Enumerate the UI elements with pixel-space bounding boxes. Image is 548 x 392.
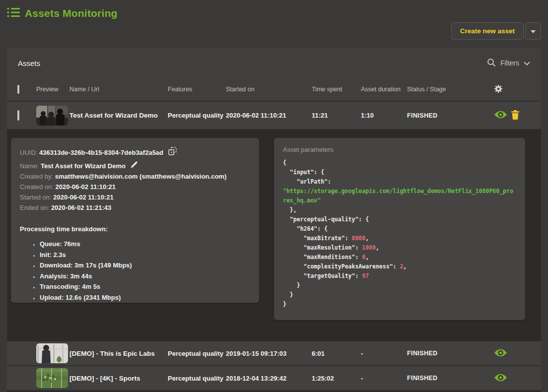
select-all-checkbox[interactable] [17,85,19,94]
panel-title: Assets [18,59,40,67]
col-asset-duration: Asset duration [361,86,407,93]
col-started-on: Started on [226,86,312,93]
processing-item: Queue: 76ms [40,239,250,250]
col-features: Features [168,86,226,93]
asset-features: Perceptual quality [168,375,226,382]
view-asset-button[interactable] [494,110,507,121]
col-time-spent: Time spent [312,86,361,93]
chevron-down-icon [524,59,530,67]
processing-item: Download: 3m 17s (149 Mbps) [40,260,250,271]
asset-features: Perceptual quality [168,112,226,119]
processing-breakdown-list: Queue: 76ms Init: 2.3s Download: 3m 17s … [20,239,250,303]
ended-on-line: Ended on: 2020-06-02 11:21:43 [20,202,250,213]
processing-item: Analysis: 3m 44s [40,271,250,282]
table-row[interactable]: [DEMO] - This is Epic Labs Perceptual qu… [7,341,541,366]
menu-list-icon[interactable] [7,7,20,20]
assets-panel: Assets Filters Preview Name / Url Featur… [7,48,541,391]
row-actions [489,348,541,359]
asset-parameters-card: Asset parameters { "input": { "urlPath":… [274,138,525,320]
row-preview-cell [36,368,69,388]
asset-started-on: 2020-06-02 11:10:21 [226,112,312,119]
asset-started-on: 2019-01-15 09:17:03 [226,350,312,357]
search-icon [487,58,496,68]
filters-label: Filters [500,59,519,67]
col-status-stage: Status / Stage [407,86,489,93]
processing-item: Upload: 12.6s (2341 Mbps) [40,292,250,303]
asset-name[interactable]: [DEMO] - [4K] - Sports [69,375,168,382]
processing-breakdown-title: Processing time breakdown: [20,224,250,234]
row-check-cell [7,111,36,120]
asset-name[interactable]: [DEMO] - This is Epic Labs [69,350,168,357]
delete-asset-button[interactable] [511,110,519,121]
asset-thumbnail[interactable] [36,343,68,363]
assets-panel-header: Assets Filters [7,48,541,78]
uuid-label: UUID: [20,149,39,156]
asset-time-spent: 1:25:02 [312,375,361,382]
asset-duration: 1:10 [361,112,407,119]
col-settings [489,84,541,95]
filters-toggle[interactable]: Filters [487,58,530,68]
asset-status: FINISHED [407,375,489,382]
caret-down-icon [531,27,536,35]
top-header: Assets Monitoring Create new asset [0,0,548,48]
gear-icon[interactable] [494,84,503,95]
asset-time-spent: 6:01 [312,350,361,357]
name-value: Test Asset for Wizard Demo [41,162,126,170]
table-row[interactable]: Test Asset for Wizard Demo Perceptual qu… [7,102,541,129]
table-row[interactable]: [DEMO] - [4K] - Sports Perceptual qualit… [7,366,541,391]
header-actions: Create new asset [451,22,541,40]
row-preview-cell [36,343,69,363]
asset-name[interactable]: Test Asset for Wizard Demo [69,112,168,119]
uuid-line: UUID: 436313de-326b-4b15-8304-7deb3af2a5… [20,147,250,158]
asset-detail-section: UUID: 436313de-326b-4b15-8304-7deb3af2a5… [7,129,541,341]
created-on-line: Created on: 2020-06-02 11:10:21 [20,182,250,192]
processing-item: Init: 2.3s [40,250,250,261]
title-row: Assets Monitoring [7,7,118,20]
asset-info-card: UUID: 436313de-326b-4b15-8304-7deb3af2a5… [11,138,259,303]
asset-time-spent: 11:21 [312,112,361,119]
create-new-asset-button[interactable]: Create new asset [451,22,524,40]
copy-icon[interactable] [168,147,177,158]
started-on-line: Started on: 2020-06-02 11:10:21 [20,192,250,202]
name-line: Name: Test Asset for Wizard Demo [20,161,250,171]
view-asset-button[interactable] [494,373,507,384]
name-label: Name: [20,162,41,170]
asset-duration: - [361,375,407,382]
col-name-url: Name / Url [69,86,168,93]
row-actions [489,110,541,121]
trash-icon [511,110,519,121]
asset-features: Perceptual quality [168,350,226,357]
eye-icon [494,348,507,359]
eye-icon [494,110,507,121]
select-all-cell [7,86,36,93]
processing-item: Transcoding: 4m 5s [40,281,250,292]
row-preview-cell [36,106,69,126]
asset-status: FINISHED [407,350,489,357]
asset-status: FINISHED [407,112,489,119]
page-title: Assets Monitoring [25,7,118,19]
col-preview: Preview [36,86,69,93]
table-header-row: Preview Name / Url Features Started on T… [7,78,541,102]
create-asset-dropdown-button[interactable] [525,22,541,40]
asset-duration: - [361,350,407,357]
view-asset-button[interactable] [494,348,507,359]
asset-parameters-title: Asset parameters [283,146,516,153]
asset-thumbnail[interactable] [36,106,68,126]
pencil-icon[interactable] [131,161,138,171]
created-by-line: Created by: smatthews@haivision.com (sma… [20,171,250,182]
asset-thumbnail[interactable] [36,368,68,388]
row-checkbox[interactable] [17,110,19,121]
eye-icon [494,373,507,384]
asset-started-on: 2018-12-04 13:29:42 [226,375,312,382]
uuid-value: 436313de-326b-4b15-8304-7deb3af2a5ad [39,149,163,156]
row-actions [489,373,541,384]
asset-parameters-json: { "input": { "urlPath":"https://storage.… [283,158,516,309]
